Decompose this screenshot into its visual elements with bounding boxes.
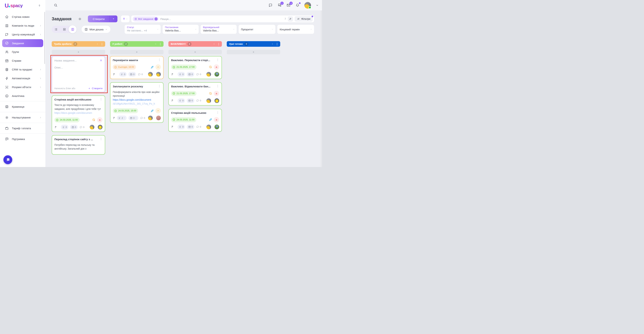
task-title[interactable]: Сторінка акцій англійською bbox=[54, 98, 98, 101]
schedule-counter[interactable]: 3 bbox=[128, 116, 138, 120]
card-menu-icon[interactable]: ⋮ bbox=[216, 85, 219, 88]
filter-priority-dropdown[interactable]: Пріоритет bbox=[238, 25, 275, 34]
card-menu-icon[interactable]: ⋮ bbox=[216, 111, 219, 114]
task-card[interactable]: Переклад сторінок сайту з ... ⋮ Потрібен… bbox=[52, 135, 105, 155]
collapse-column-icon[interactable] bbox=[213, 43, 215, 45]
task-card[interactable]: Запланувати розсилку ⋮ Поінформувати клі… bbox=[110, 82, 164, 123]
collapse-column-icon[interactable] bbox=[271, 43, 274, 45]
card-menu-icon[interactable]: ⋮ bbox=[158, 58, 161, 61]
column-menu-icon[interactable]: ⋮ bbox=[276, 43, 278, 45]
priority-high-icon[interactable] bbox=[214, 91, 219, 96]
task-title[interactable]: Важливо. Відмалювати бан... bbox=[171, 85, 215, 88]
chevron-down-icon[interactable] bbox=[316, 4, 319, 7]
feedback-icon[interactable] bbox=[268, 3, 273, 7]
reporter-avatar[interactable] bbox=[206, 125, 211, 129]
task-card[interactable]: Важливо. Перекласти сторі... ⋮ 21.03.202… bbox=[168, 56, 222, 79]
comments-counter[interactable]: 0 bbox=[138, 73, 143, 76]
task-title[interactable]: Сторінка акцій польською bbox=[171, 111, 215, 115]
collapse-column-icon[interactable] bbox=[154, 43, 157, 45]
filters-button[interactable]: Фільтри bbox=[295, 16, 313, 21]
pinned-filters-button[interactable] bbox=[121, 15, 130, 22]
sidebar-item-tasks[interactable]: Завдання bbox=[2, 39, 43, 47]
due-date-badge[interactable]: 24.03.2025, 11:00 bbox=[54, 117, 80, 122]
flag-icon[interactable] bbox=[113, 73, 116, 76]
view-rows-button[interactable] bbox=[60, 26, 68, 33]
avatar[interactable] bbox=[304, 2, 311, 9]
close-icon[interactable] bbox=[100, 59, 102, 62]
sidebar-item-marketplace[interactable]: Крамниця bbox=[0, 102, 46, 111]
assignee-avatar[interactable] bbox=[214, 98, 219, 103]
sidebar-item-smart-objects[interactable]: Розумні об'єкти bbox=[0, 83, 46, 92]
add-card-button[interactable] bbox=[52, 50, 105, 54]
task-card[interactable]: Перевірити макети ⋮ Сьогодні, 16:00 bbox=[110, 56, 164, 79]
task-title[interactable]: Важливо. Перекласти сторі... bbox=[171, 58, 215, 62]
card-menu-icon[interactable]: ⋮ bbox=[100, 98, 102, 101]
mail-icon[interactable]: 4 bbox=[286, 3, 291, 7]
rocket-icon[interactable] bbox=[150, 109, 154, 113]
reporter-avatar[interactable] bbox=[148, 116, 153, 120]
filter-status-dropdown[interactable]: Статус Не заплано...+4 bbox=[124, 25, 161, 34]
comments-counter[interactable]: 0 bbox=[196, 99, 201, 102]
task-title[interactable]: Запланувати розсилку bbox=[113, 85, 156, 88]
new-task-description-input[interactable] bbox=[54, 66, 102, 69]
search-icon[interactable] bbox=[54, 3, 58, 7]
filter-assignee-dropdown[interactable]: Відповідальний Valeriia Bas... bbox=[200, 25, 237, 34]
assignee-avatar[interactable] bbox=[214, 72, 219, 77]
column-header[interactable]: Ура! готово 0 ⋮ bbox=[227, 41, 280, 47]
due-date-badge[interactable]: 24.03.2025, 11:00 bbox=[171, 117, 196, 122]
checklist-counter[interactable]: 0 bbox=[61, 125, 68, 129]
comments-counter[interactable]: 0 bbox=[196, 73, 201, 76]
create-dropdown-caret[interactable] bbox=[110, 15, 118, 22]
rocket-icon[interactable] bbox=[150, 65, 154, 69]
sidebar-scrollbar[interactable] bbox=[44, 12, 45, 64]
logo[interactable]: U spacy bbox=[0, 0, 46, 10]
column-menu-icon[interactable]: ⋮ bbox=[159, 43, 162, 45]
flag-icon[interactable] bbox=[113, 117, 116, 120]
sidebar-item-settings[interactable]: Налаштування bbox=[0, 113, 46, 122]
view-list-button[interactable] bbox=[52, 26, 60, 33]
column-header[interactable]: ВАЖЛИВО!!! 3 ⋮ bbox=[168, 41, 222, 47]
schedule-counter[interactable]: 0 bbox=[187, 125, 194, 129]
sidebar-item-billing[interactable]: Тариф і оплата bbox=[0, 124, 46, 133]
column-menu-icon[interactable]: ⋮ bbox=[217, 43, 220, 45]
schedule-counter[interactable]: 0 bbox=[187, 98, 194, 103]
bell-icon[interactable] bbox=[295, 3, 300, 7]
checklist-counter[interactable]: 0 bbox=[178, 72, 185, 77]
collapse-column-icon[interactable] bbox=[96, 43, 98, 45]
checklist-counter[interactable]: 0 bbox=[119, 72, 126, 77]
assignee-avatar[interactable] bbox=[98, 125, 102, 129]
new-task-title-input[interactable] bbox=[54, 59, 98, 62]
collapse-card-icon[interactable] bbox=[156, 108, 161, 113]
vertical-scrollbar[interactable] bbox=[320, 10, 322, 167]
priority-high-icon[interactable] bbox=[97, 117, 102, 123]
deadline-clock-icon[interactable] bbox=[209, 92, 212, 95]
rocket-icon[interactable] bbox=[208, 118, 212, 122]
schedule-counter[interactable]: 0 bbox=[187, 72, 194, 77]
column-header[interactable]: Треба зробити 2 ⋮ bbox=[52, 41, 105, 47]
task-card[interactable]: Сторінка акцій польською ⋮ 24.03.2025, 1… bbox=[168, 109, 222, 132]
due-date-badge[interactable]: 21.03.2025, 17:00 bbox=[171, 91, 196, 96]
create-button-label[interactable]: Створити bbox=[88, 15, 110, 22]
comments-counter[interactable]: 0 bbox=[140, 117, 145, 120]
due-date-badge[interactable]: 21.03.2025, 17:00 bbox=[171, 65, 196, 70]
flag-icon[interactable] bbox=[171, 125, 174, 128]
reporter-avatar[interactable] bbox=[206, 72, 211, 77]
task-title[interactable]: Переклад сторінок сайту з ... bbox=[54, 138, 98, 141]
due-date-badge[interactable]: 24.03.2025, 15:00 bbox=[113, 108, 138, 113]
sidebar-item-automation[interactable]: Автоматизація bbox=[0, 74, 46, 83]
add-card-button[interactable] bbox=[110, 50, 164, 54]
checklist-counter[interactable]: 2 bbox=[117, 116, 126, 120]
schedule-counter[interactable]: 0 bbox=[128, 72, 136, 77]
priority-high-icon[interactable] bbox=[214, 117, 219, 122]
flag-icon[interactable] bbox=[54, 126, 58, 129]
board-selector[interactable]: Моя дошка bbox=[82, 26, 110, 33]
search-bar[interactable]: Мої завдання 7 Фільтри bbox=[131, 15, 314, 22]
sidebar-item-company[interactable]: Компанія та люди bbox=[0, 21, 46, 30]
task-link[interactable]: https://docs.google.com/documen bbox=[54, 111, 102, 115]
collapse-card-icon[interactable] bbox=[156, 64, 161, 70]
add-card-button[interactable] bbox=[227, 50, 280, 54]
reporter-avatar[interactable] bbox=[206, 98, 211, 103]
deadline-clock-icon[interactable] bbox=[92, 118, 96, 122]
comments-counter[interactable]: 0 bbox=[80, 126, 84, 129]
assignee-avatar[interactable] bbox=[214, 125, 219, 129]
